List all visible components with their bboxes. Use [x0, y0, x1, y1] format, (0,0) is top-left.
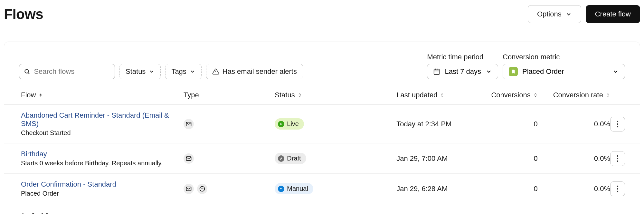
col-rate-header[interactable]: Conversion rate	[538, 91, 610, 105]
rate-cell: 0.0%	[538, 143, 610, 174]
page-header: Flows Options Create flow	[0, 0, 644, 31]
conversion-metric-group: Conversion metric Placed Order	[503, 53, 625, 79]
conversions-cell: 0	[477, 105, 538, 143]
status-label: Manual	[287, 185, 308, 192]
sms-icon	[197, 184, 207, 194]
col-conv-label: Conversions	[491, 91, 530, 99]
edit-icon	[278, 155, 284, 162]
email-icon	[184, 153, 194, 164]
page-title: Flows	[4, 6, 43, 22]
conversion-metric-label: Conversion metric	[503, 53, 625, 61]
alert-triangle-icon	[212, 68, 219, 75]
svg-point-12	[617, 126, 618, 127]
tags-filter-label: Tags	[171, 67, 186, 76]
status-badge: Draft	[275, 153, 306, 164]
chevron-down-icon	[190, 69, 195, 74]
more-vertical-icon	[617, 121, 619, 128]
cursor-icon	[278, 186, 284, 192]
sort-icon	[606, 92, 610, 98]
col-type-header: Type	[184, 91, 275, 105]
email-icon	[184, 119, 194, 129]
svg-point-20	[617, 185, 618, 187]
conversion-metric-select[interactable]: Placed Order	[503, 64, 625, 79]
flow-trigger-text: Placed Order	[21, 190, 184, 197]
type-icons	[184, 184, 275, 194]
svg-rect-4	[434, 69, 440, 75]
col-rate-label: Conversion rate	[553, 91, 603, 99]
col-updated-header[interactable]: Last updated	[396, 91, 477, 105]
sort-icon	[298, 92, 302, 98]
search-box[interactable]	[19, 64, 115, 79]
sort-icon	[440, 92, 444, 98]
rate-cell: 0.0%	[538, 105, 610, 143]
updated-cell: Jan 29, 7:00 AM	[396, 143, 477, 174]
row-more-button[interactable]	[610, 151, 625, 166]
svg-point-16	[617, 160, 618, 161]
updated-cell: Today at 2:34 PM	[396, 105, 477, 143]
status-badge: Manual	[275, 183, 313, 194]
col-actions-header	[610, 91, 640, 105]
col-type-label: Type	[184, 91, 199, 99]
row-more-button[interactable]	[610, 117, 625, 131]
more-vertical-icon	[617, 185, 619, 192]
status-label: Live	[287, 120, 299, 128]
email-icon	[184, 184, 194, 194]
svg-point-22	[617, 190, 618, 192]
svg-point-21	[617, 188, 618, 189]
conversions-cell: 0	[477, 143, 538, 174]
sort-icon	[38, 92, 43, 98]
alerts-filter[interactable]: Has email sender alerts	[206, 64, 303, 79]
search-icon	[24, 68, 30, 75]
chevron-down-icon	[612, 68, 619, 75]
svg-line-1	[28, 73, 29, 74]
flow-trigger-text: Starts 0 weeks before Birthday. Repeats …	[21, 160, 184, 167]
search-input[interactable]	[34, 67, 110, 76]
chevron-down-icon	[486, 68, 492, 75]
col-updated-label: Last updated	[396, 91, 437, 99]
flows-card: Status Tags Has email sender alerts Metr…	[4, 42, 640, 214]
flows-table: Flow Type Status	[4, 91, 640, 204]
type-icons	[184, 119, 275, 129]
chevron-down-icon	[565, 11, 572, 17]
table-wrap: Flow Type Status	[4, 91, 640, 204]
conversion-metric-value: Placed Order	[522, 67, 564, 76]
options-button[interactable]: Options	[528, 5, 581, 23]
svg-point-15	[617, 158, 618, 159]
table-row: Birthday Starts 0 weeks before Birthday.…	[4, 143, 640, 174]
metric-time-select[interactable]: Last 7 days	[427, 64, 498, 79]
metric-time-value: Last 7 days	[445, 67, 481, 76]
svg-marker-9	[280, 123, 282, 125]
flow-name-link[interactable]: Birthday	[21, 150, 184, 158]
table-row: Abandoned Cart Reminder - Standard (Emai…	[4, 105, 640, 143]
svg-point-0	[25, 70, 28, 73]
conversions-cell: 0	[477, 174, 538, 204]
metric-time-label: Metric time period	[427, 53, 498, 61]
col-status-header[interactable]: Status	[275, 91, 396, 105]
status-filter-label: Status	[126, 67, 146, 76]
create-flow-button[interactable]: Create flow	[586, 5, 640, 23]
more-vertical-icon	[617, 155, 619, 162]
status-label: Draft	[287, 155, 301, 162]
col-status-label: Status	[275, 91, 295, 99]
col-flow-label: Flow	[21, 91, 36, 99]
rate-cell: 0.0%	[538, 174, 610, 204]
svg-point-10	[617, 121, 618, 122]
flow-name-link[interactable]: Order Confirmation - Standard	[21, 180, 184, 189]
sort-icon	[533, 92, 538, 98]
shopify-icon	[509, 67, 518, 76]
filters-row: Status Tags Has email sender alerts Metr…	[4, 53, 640, 79]
chevron-down-icon	[149, 69, 155, 74]
col-flow-header[interactable]: Flow	[4, 91, 184, 105]
create-flow-label: Create flow	[595, 10, 631, 18]
flow-trigger-text: Checkout Started	[21, 129, 184, 137]
options-label: Options	[537, 10, 562, 18]
status-filter[interactable]: Status	[119, 64, 161, 79]
flow-name-link[interactable]: Abandoned Cart Reminder - Standard (Emai…	[21, 111, 184, 128]
col-conversions-header[interactable]: Conversions	[477, 91, 538, 105]
header-actions: Options Create flow	[528, 5, 640, 23]
type-icons	[184, 153, 275, 164]
tags-filter[interactable]: Tags	[165, 64, 201, 79]
updated-cell: Jan 29, 6:28 AM	[396, 174, 477, 204]
row-more-button[interactable]	[610, 181, 625, 196]
play-icon	[278, 121, 284, 127]
